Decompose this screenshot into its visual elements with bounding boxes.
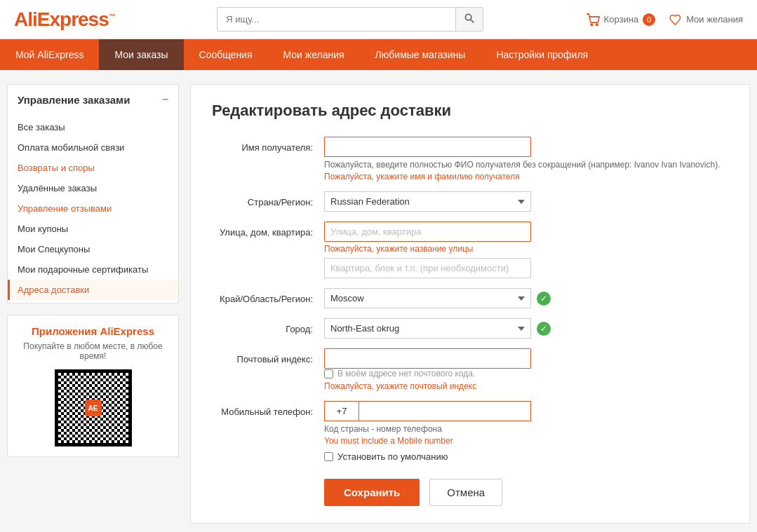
qr-code: AE	[55, 369, 132, 446]
sidebar-item-deleted-orders[interactable]: Удалённые заказы	[8, 178, 178, 198]
sidebar-item-reviews[interactable]: Управление отзывами	[8, 198, 178, 219]
form-buttons: Сохранить Отмена	[212, 479, 728, 506]
default-label: Установить по умолчанию	[337, 451, 448, 462]
wishlist-label: Мои желания	[686, 14, 743, 25]
apt-input[interactable]	[324, 258, 531, 278]
logo-tm: ™	[109, 12, 115, 20]
street-field: Пожалуйста, укажите название улицы	[324, 221, 728, 278]
logo-text: AliExpress	[14, 8, 109, 30]
recipient-input[interactable]	[324, 137, 531, 157]
postal-error: Пожалуйста, укажите почтовый индекс	[324, 381, 728, 391]
recipient-error: Пожалуйста, укажите имя и фамилию получа…	[324, 172, 728, 182]
sidebar-item-all-orders[interactable]: Все заказы	[8, 117, 178, 137]
country-label: Страна/Регион:	[212, 191, 324, 207]
recipient-label: Имя получателя:	[212, 137, 324, 153]
qr-logo: AE	[85, 400, 102, 416]
region-label: Край/Область/Регион:	[212, 288, 324, 304]
cart-count: 0	[643, 13, 655, 26]
nav-favorite-stores[interactable]: Любимые магазины	[360, 39, 481, 70]
recipient-hint: Пожалуйста, введите полностью ФИО получа…	[324, 160, 728, 170]
sidebar-item-gift-certificates[interactable]: Мои подарочные сертификаты	[8, 259, 178, 280]
postal-field: В моём адресе нет почтового кода. Пожалу…	[324, 348, 728, 391]
region-row: Край/Область/Регион: Moscow ✓	[212, 288, 728, 308]
wishlist-button[interactable]: Мои желания	[669, 14, 743, 25]
city-field: North-East okrug ✓	[324, 318, 728, 339]
sidebar-section: Управление заказами − Все заказы Оплата …	[7, 84, 179, 303]
city-select[interactable]: North-East okrug	[324, 318, 531, 339]
no-postal-row: В моём адресе нет почтового кода.	[324, 369, 728, 378]
street-label: Улица, дом, квартира:	[212, 221, 324, 238]
sidebar-item-coupons[interactable]: Мои купоны	[8, 219, 178, 239]
cancel-button[interactable]: Отмена	[429, 479, 502, 506]
postal-label: Почтовый индекс:	[212, 348, 324, 364]
sidebar: Управление заказами − Все заказы Оплата …	[7, 84, 179, 524]
sidebar-title: Управление заказами −	[8, 85, 178, 114]
header: AliExpress™ Корзина 0 Мои желания	[0, 0, 757, 39]
city-check-icon: ✓	[537, 322, 551, 336]
cart-icon	[586, 13, 600, 26]
no-postal-label: В моём адресе нет почтового кода.	[337, 369, 475, 378]
nav-wishlist[interactable]: Мои желания	[268, 39, 360, 70]
app-promo-title: Приложения AliExpress	[18, 325, 168, 337]
sidebar-item-special-coupons[interactable]: Мои Спецкупоны	[8, 239, 178, 259]
city-label: Город:	[212, 318, 324, 334]
phone-label: Мобильный телефон:	[212, 401, 324, 417]
sidebar-item-mobile-payment[interactable]: Оплата мобильной связи	[8, 137, 178, 158]
app-promo: Приложения AliExpress Покупайте в любом …	[7, 315, 179, 457]
sidebar-item-delivery-addresses[interactable]: Адреса доставки	[8, 280, 178, 300]
phone-input-row: +7	[324, 401, 531, 421]
phone-hint: Код страны - номер телефона	[324, 424, 728, 434]
collapse-button[interactable]: −	[162, 93, 168, 106]
recipient-row: Имя получателя: Пожалуйста, введите полн…	[212, 137, 728, 182]
search-bar	[217, 7, 483, 32]
recipient-field: Пожалуйста, введите полностью ФИО получа…	[324, 137, 728, 182]
street-error: Пожалуйста, укажите название улицы	[324, 244, 728, 254]
phone-field: +7 Код страны - номер телефона You must …	[324, 401, 728, 462]
sidebar-menu: Все заказы Оплата мобильной связи Возвра…	[8, 114, 178, 303]
region-field: Moscow ✓	[324, 288, 728, 308]
nav-messages[interactable]: Сообщения	[184, 39, 268, 70]
country-select[interactable]: Russian Federation	[324, 191, 531, 212]
nav-my-orders[interactable]: Мои заказы	[99, 39, 183, 70]
sidebar-item-returns[interactable]: Возвраты и споры	[8, 158, 178, 178]
svg-point-3	[596, 24, 597, 25]
cart-label: Корзина	[604, 14, 639, 25]
nav-profile-settings[interactable]: Настройки профиля	[481, 39, 603, 70]
main-container: Управление заказами − Все заказы Оплата …	[0, 70, 757, 532]
sidebar-title-text: Управление заказами	[18, 94, 130, 106]
postal-input[interactable]	[324, 348, 531, 369]
region-select[interactable]: Moscow	[324, 288, 531, 308]
city-row: Город: North-East okrug ✓	[212, 318, 728, 339]
country-row: Страна/Регион: Russian Federation	[212, 191, 728, 212]
heart-icon	[669, 14, 682, 25]
nav-my-aliexpress[interactable]: Мой AliExpress	[0, 39, 99, 70]
phone-code: +7	[324, 401, 359, 421]
phone-error: You must include a Mobile number	[324, 436, 728, 446]
region-check-icon: ✓	[537, 292, 551, 306]
qr-pattern: AE	[58, 373, 128, 443]
navbar: Мой AliExpress Мои заказы Сообщения Мои …	[0, 39, 757, 70]
svg-line-1	[471, 20, 474, 22]
no-postal-checkbox[interactable]	[324, 369, 333, 378]
search-button[interactable]	[455, 8, 483, 31]
city-select-row: North-East okrug ✓	[324, 318, 728, 339]
phone-row: Мобильный телефон: +7 Код страны - номер…	[212, 401, 728, 462]
phone-number-input[interactable]	[359, 401, 531, 421]
region-select-row: Moscow ✓	[324, 288, 728, 308]
search-icon	[464, 13, 474, 23]
header-right: Корзина 0 Мои желания	[586, 13, 743, 26]
street-row: Улица, дом, квартира: Пожалуйста, укажит…	[212, 221, 728, 278]
page-title: Редактировать адрес доставки	[212, 102, 728, 120]
content-area: Редактировать адрес доставки Имя получат…	[190, 84, 750, 524]
svg-point-2	[591, 24, 592, 25]
app-promo-subtitle: Покупайте в любом месте, в любое время!	[18, 341, 168, 361]
cart-button[interactable]: Корзина 0	[586, 13, 656, 26]
postal-row: Почтовый индекс: В моём адресе нет почто…	[212, 348, 728, 391]
save-button[interactable]: Сохранить	[324, 479, 420, 506]
svg-point-0	[466, 14, 471, 20]
default-checkbox[interactable]	[324, 452, 333, 461]
country-field: Russian Federation	[324, 191, 728, 212]
street-input[interactable]	[324, 221, 531, 242]
default-checkbox-row: Установить по умолчанию	[324, 451, 728, 462]
search-input[interactable]	[217, 8, 455, 30]
